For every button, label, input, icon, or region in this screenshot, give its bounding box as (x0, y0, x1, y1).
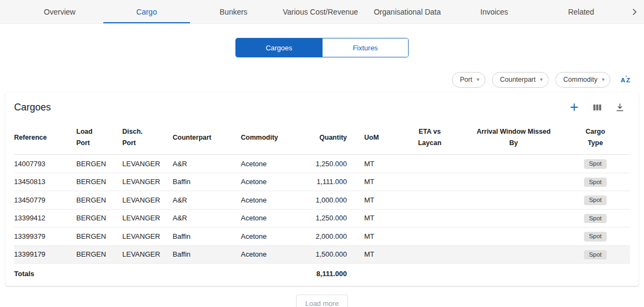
totals-label: Totals (14, 264, 76, 284)
cell-eta_vs_laycan (402, 245, 466, 264)
table-row[interactable]: 13399379BERGENLEVANGERBaffinAcetone2,000… (14, 227, 630, 246)
totals-row: Totals 8,111.000 (14, 264, 630, 284)
nav-tab-related[interactable]: Related (537, 0, 625, 23)
cell-load_port: BERGEN (76, 209, 122, 227)
cell-eta_vs_laycan (402, 173, 466, 191)
cell-quantity: 1,500.000 (300, 245, 356, 264)
nav-tab-label: Various Cost/Revenue (283, 8, 358, 16)
nav-tab-various-cost-revenue[interactable]: Various Cost/Revenue (277, 0, 364, 23)
table-row[interactable]: 13450813BERGENLEVANGERBaffinAcetone1,111… (14, 173, 630, 191)
column-header-commodity: Commodity (241, 120, 300, 155)
nav-tab-organisational-data[interactable]: Organisational Data (364, 0, 451, 23)
svg-text:Z: Z (626, 76, 630, 84)
nav-tab-label: Cargo (136, 8, 157, 16)
cell-counterpart: A&R (173, 209, 241, 227)
nav-spacer (0, 0, 16, 23)
table-body: 14007793BERGENLEVANGERA&RAcetone1,250.00… (14, 155, 630, 264)
card-header: Cargoes (5, 92, 639, 120)
filter-chip-counterpart[interactable]: Counterpart▾ (492, 72, 549, 88)
cell-uom: MT (356, 245, 402, 264)
add-cargo-button[interactable] (568, 101, 580, 113)
view-columns-icon (592, 102, 602, 113)
column-header-quantity: Quantity (300, 120, 356, 155)
filter-chip-port[interactable]: Port▾ (452, 72, 485, 88)
toggle-fixtures[interactable]: Fixtures (322, 38, 408, 57)
chevron-down-icon: ▾ (602, 77, 604, 82)
totals-empty-cell (76, 264, 122, 284)
cell-cargo_type: Spot (569, 191, 630, 210)
nav-tab-overview[interactable]: Overview (16, 0, 103, 23)
column-header-counterpart: Counterpart (173, 120, 241, 155)
nav-tab-cargo[interactable]: Cargo (103, 0, 190, 23)
cell-reference: 14007793 (14, 155, 76, 173)
filter-chip-commodity[interactable]: Commodity▾ (555, 72, 610, 88)
filter-chips: Port▾Counterpart▾Commodity▾ (452, 72, 610, 88)
table-row[interactable]: 13399412BERGENLEVANGERA&RAcetone1,250.00… (14, 209, 630, 227)
filter-row: Port▾Counterpart▾Commodity▾ A Z (0, 71, 633, 88)
nav-overflow-button[interactable] (625, 0, 644, 23)
cell-load_port: BERGEN (76, 173, 122, 191)
load-more-wrap: Load more (0, 295, 644, 307)
cell-commodity: Acetone (241, 173, 300, 191)
table-header-row: ReferenceLoadPortDisch.PortCounterpartCo… (14, 120, 630, 155)
nav-tab-label: Related (568, 8, 594, 16)
cell-quantity: 1,250.000 (300, 155, 356, 173)
cell-uom: MT (356, 173, 402, 191)
cell-reference: 13399412 (14, 209, 76, 227)
table-row[interactable]: 13399179BERGENLEVANGERBaffinAcetone1,500… (14, 245, 630, 264)
cell-arrival_window_missed_by (466, 191, 569, 210)
top-navigation: OverviewCargoBunkersVarious Cost/Revenue… (0, 0, 644, 24)
load-more-button[interactable]: Load more (296, 295, 348, 307)
toggle-cargoes[interactable]: Cargoes (236, 38, 322, 57)
cargoes-table: ReferenceLoadPortDisch.PortCounterpartCo… (14, 120, 630, 284)
table-row[interactable]: 13450779BERGENLEVANGERA&RAcetone1,000.00… (14, 191, 630, 210)
cell-counterpart: Baffin (173, 227, 241, 246)
cell-load_port: BERGEN (76, 191, 122, 210)
totals-quantity: 8,111.000 (300, 264, 356, 284)
cell-eta_vs_laycan (402, 191, 466, 210)
card-actions (568, 101, 626, 113)
nav-tab-invoices[interactable]: Invoices (451, 0, 538, 23)
view-toggle-wrap: CargoesFixtures (0, 38, 644, 57)
totals-empty-cell (241, 264, 300, 284)
cell-disch_port: LEVANGER (122, 191, 173, 210)
nav-tabs: OverviewCargoBunkersVarious Cost/Revenue… (16, 0, 625, 23)
cell-quantity: 2,000.000 (300, 227, 356, 246)
sort-by-alpha-button[interactable]: A Z (619, 73, 633, 87)
cell-arrival_window_missed_by (466, 209, 569, 227)
cell-reference: 13399379 (14, 227, 76, 246)
cell-eta_vs_laycan (402, 209, 466, 227)
nav-tab-label: Overview (44, 8, 75, 16)
cell-reference: 13450813 (14, 173, 76, 191)
cell-cargo_type: Spot (569, 209, 630, 227)
cell-eta_vs_laycan (402, 227, 466, 246)
cargo-type-badge: Spot (584, 159, 607, 169)
column-header-arrival_window_missed_by: Arrival Window MissedBy (466, 120, 569, 155)
column-header-eta_vs_laycan: ETA vsLaycan (402, 120, 466, 155)
cell-eta_vs_laycan (402, 155, 466, 173)
nav-tab-bunkers[interactable]: Bunkers (190, 0, 277, 23)
totals-empty-cell (466, 264, 569, 284)
cell-disch_port: LEVANGER (122, 245, 173, 264)
cell-arrival_window_missed_by (466, 245, 569, 264)
cell-disch_port: LEVANGER (122, 173, 173, 191)
nav-tab-label: Organisational Data (374, 8, 441, 16)
cell-commodity: Acetone (241, 191, 300, 210)
cell-commodity: Acetone (241, 245, 300, 264)
download-button[interactable] (614, 101, 626, 113)
column-header-reference: Reference (14, 120, 76, 155)
chevron-down-icon: ▾ (540, 77, 543, 82)
column-header-uom: UoM (356, 120, 402, 155)
nav-tab-label: Bunkers (220, 8, 247, 16)
sort-by-alpha-icon: A Z (620, 74, 632, 85)
cell-counterpart: Baffin (173, 245, 241, 264)
view-toggle: CargoesFixtures (235, 38, 409, 57)
cell-uom: MT (356, 227, 402, 246)
totals-empty-cell (122, 264, 173, 284)
chevron-right-icon (629, 7, 639, 17)
table-row[interactable]: 14007793BERGENLEVANGERA&RAcetone1,250.00… (14, 155, 630, 173)
columns-button[interactable] (591, 101, 603, 113)
cargo-type-badge: Spot (584, 232, 607, 241)
cell-commodity: Acetone (241, 155, 300, 173)
cell-arrival_window_missed_by (466, 155, 569, 173)
